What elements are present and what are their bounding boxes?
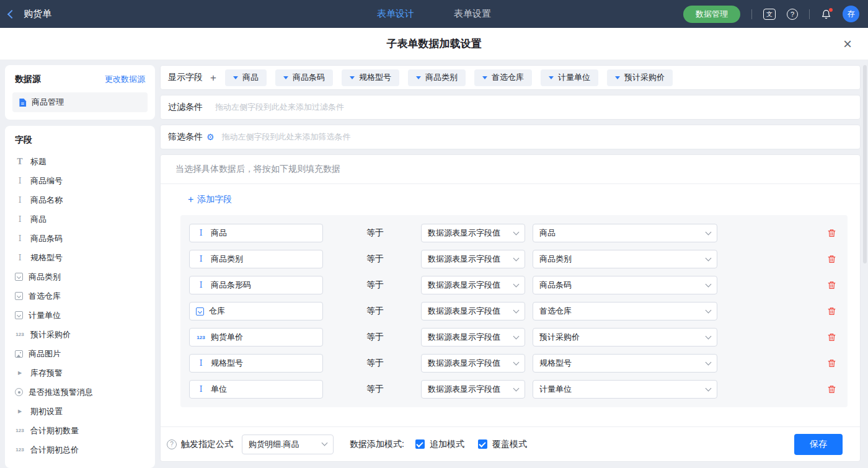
field-item[interactable]: 商品条码 xyxy=(5,229,155,248)
add-display-field-icon[interactable] xyxy=(210,73,216,83)
rule-row: 仓库 等于 数据源表显示字段值 首选仓库 xyxy=(185,298,843,324)
help-circle-icon[interactable] xyxy=(167,439,177,449)
field-item[interactable]: 期初设置 xyxy=(5,402,155,421)
field-item[interactable]: 商品名称 xyxy=(5,190,155,210)
field-item[interactable]: 商品编号 xyxy=(5,171,155,190)
checkbox-checked-icon[interactable] xyxy=(478,439,487,449)
target-field-select[interactable]: 购货单价 xyxy=(189,328,323,347)
change-datasource-link[interactable]: 更改数据源 xyxy=(105,74,145,85)
value-type-select[interactable]: 数据源表显示字段值 xyxy=(421,250,525,268)
topbar-right: 数据管理 文 存 xyxy=(683,6,859,23)
group-field-icon xyxy=(15,370,25,376)
source-field-select[interactable]: 商品条码 xyxy=(533,276,717,294)
sidebar: 数据源 更改数据源 商品管理 字段 标题 商品编号 商品名称 商品 商品条码 规… xyxy=(5,65,155,468)
field-item-label: 规格型号 xyxy=(30,252,63,263)
data-manage-button[interactable]: 数据管理 xyxy=(683,6,740,23)
overwrite-mode-option[interactable]: 覆盖模式 xyxy=(478,439,527,450)
translate-icon[interactable]: 文 xyxy=(763,9,776,20)
append-mode-option[interactable]: 追加模式 xyxy=(415,439,464,450)
trash-icon[interactable] xyxy=(827,254,836,264)
chevron-down-icon xyxy=(706,307,712,313)
display-field-chip[interactable]: 商品条码 xyxy=(275,69,333,86)
field-item[interactable]: 标题 xyxy=(5,152,155,171)
chevron-down-icon xyxy=(513,307,520,313)
value-type-select[interactable]: 数据源表显示字段值 xyxy=(421,380,525,399)
source-field-select[interactable]: 首选仓库 xyxy=(533,302,717,320)
value-type-select[interactable]: 数据源表显示字段值 xyxy=(421,328,525,347)
value-type-select[interactable]: 数据源表显示字段值 xyxy=(421,302,525,320)
select-field-icon xyxy=(15,273,23,281)
display-fields-label: 显示字段 xyxy=(168,72,203,83)
page-title: 子表单数据加载设置 xyxy=(387,37,482,51)
target-field-select[interactable]: 商品 xyxy=(189,224,323,242)
caret-down-icon xyxy=(350,76,355,79)
display-field-chip[interactable]: 商品 xyxy=(225,69,267,86)
chevron-down-icon xyxy=(513,281,520,287)
field-item[interactable]: 商品图片 xyxy=(5,344,155,363)
trash-icon[interactable] xyxy=(827,384,836,394)
notification-bell-icon[interactable] xyxy=(821,9,831,20)
trash-icon[interactable] xyxy=(827,228,836,238)
source-field-select[interactable]: 预计采购价 xyxy=(533,328,717,347)
filter-condition-bar[interactable]: 过滤条件 拖动左侧字段到此处来添加过滤条件 xyxy=(160,95,861,120)
target-field-select[interactable]: 单位 xyxy=(189,380,323,399)
checkbox-checked-icon[interactable] xyxy=(415,439,425,449)
chevron-down-icon xyxy=(706,255,712,261)
source-field-select[interactable]: 商品 xyxy=(533,224,717,242)
display-field-chip[interactable]: 计量单位 xyxy=(541,69,598,86)
rule-row: 商品 等于 数据源表显示字段值 商品 xyxy=(185,220,843,246)
value-type-select[interactable]: 数据源表显示字段值 xyxy=(421,276,525,294)
field-item[interactable]: 商品类别 xyxy=(5,267,155,286)
trash-icon[interactable] xyxy=(827,358,836,368)
avatar[interactable]: 存 xyxy=(843,6,859,22)
datasource-card: 数据源 更改数据源 商品管理 xyxy=(5,65,155,120)
field-item[interactable]: 库存预警 xyxy=(5,363,155,382)
target-field-select[interactable]: 商品条形码 xyxy=(189,276,323,294)
form-name[interactable]: 购货单 xyxy=(24,8,51,20)
field-item[interactable]: 合计期初数量 xyxy=(5,421,155,440)
field-item[interactable]: 合计期初总价 xyxy=(5,440,155,459)
screen-condition-bar[interactable]: 筛选条件 拖动左侧字段到此处来添加筛选条件 xyxy=(160,125,861,149)
add-field-button[interactable]: 添加字段 xyxy=(161,184,860,215)
trash-icon[interactable] xyxy=(827,332,836,342)
display-field-chip[interactable]: 预计采购价 xyxy=(607,69,673,86)
display-field-chip[interactable]: 商品类别 xyxy=(408,69,466,86)
modal-header: 子表单数据加载设置 xyxy=(0,28,868,60)
field-item[interactable]: 商品 xyxy=(5,210,155,229)
trash-icon[interactable] xyxy=(827,280,836,290)
gear-icon[interactable] xyxy=(206,133,215,141)
form-file-icon xyxy=(19,98,27,107)
field-item[interactable]: 规格型号 xyxy=(5,248,155,267)
chip-label: 计量单位 xyxy=(558,72,590,83)
chevron-down-icon xyxy=(513,333,520,339)
operator-label: 等于 xyxy=(366,280,386,291)
field-item[interactable]: 是否推送预警消息 xyxy=(5,382,155,402)
number-field-icon xyxy=(196,335,206,340)
back-icon[interactable] xyxy=(7,9,16,18)
tab-form-design[interactable]: 表单设计 xyxy=(377,8,414,20)
target-field-select[interactable]: 仓库 xyxy=(189,302,323,320)
value-type-select[interactable]: 数据源表显示字段值 xyxy=(421,354,525,373)
value-type-select[interactable]: 数据源表显示字段值 xyxy=(421,224,525,242)
topbar: 购货单 表单设计 表单设置 数据管理 文 存 xyxy=(0,0,868,28)
window-scrollbar[interactable] xyxy=(863,65,867,263)
field-item[interactable]: 计量单位 xyxy=(5,306,155,325)
field-item[interactable]: 首选仓库 xyxy=(5,286,155,306)
target-field-select[interactable]: 商品类别 xyxy=(189,250,323,268)
save-button[interactable]: 保存 xyxy=(794,434,843,455)
source-field-select[interactable]: 商品类别 xyxy=(533,250,717,268)
field-item[interactable]: 预计采购价 xyxy=(5,325,155,344)
source-field-select[interactable]: 计量单位 xyxy=(533,380,717,399)
display-field-chip[interactable]: 规格型号 xyxy=(342,69,399,86)
datasource-item[interactable]: 商品管理 xyxy=(12,92,148,112)
target-field-select[interactable]: 规格型号 xyxy=(189,354,323,373)
close-icon[interactable] xyxy=(843,37,852,51)
caret-down-icon xyxy=(233,76,238,79)
source-field-select[interactable]: 规格型号 xyxy=(533,354,717,373)
trash-icon[interactable] xyxy=(827,306,836,316)
display-field-chip[interactable]: 首选仓库 xyxy=(474,69,532,86)
help-icon[interactable] xyxy=(787,9,798,20)
tab-form-settings[interactable]: 表单设置 xyxy=(454,8,491,20)
formula-field-select[interactable]: 购货明细.商品 xyxy=(242,435,334,454)
field-item-label: 库存预警 xyxy=(30,368,63,379)
